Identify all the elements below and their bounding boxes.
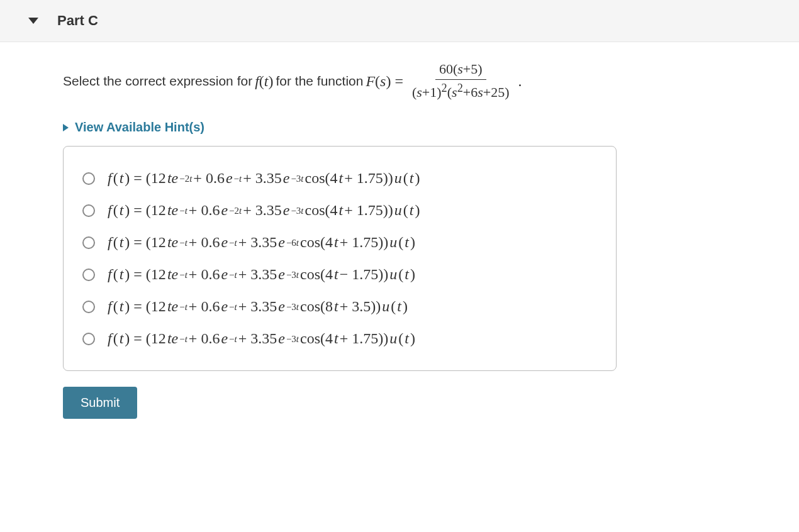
answer-option[interactable]: f(t) = (12te−t + 0.6e−t + 3.35e−3t cos(8… xyxy=(82,291,597,323)
caret-right-icon xyxy=(63,124,69,131)
prompt-tail: . xyxy=(518,70,522,92)
caret-down-icon xyxy=(28,18,38,24)
answer-option[interactable]: f(t) = (12te−t + 0.6e−2t + 3.35e−3t cos(… xyxy=(82,194,597,226)
hints-label: View Available Hint(s) xyxy=(75,120,204,135)
radio-icon[interactable] xyxy=(82,172,95,185)
option-expression: f(t) = (12te−t + 0.6e−t + 3.35e−3t cos(4… xyxy=(108,266,415,283)
radio-icon[interactable] xyxy=(82,269,95,281)
answer-option[interactable]: f(t) = (12te−t + 0.6e−t + 3.35e−3t cos(4… xyxy=(82,258,597,291)
option-expression: f(t) = (12te−2t + 0.6e−t + 3.35e−3t cos(… xyxy=(108,170,420,187)
section-title: Part C xyxy=(57,13,98,29)
answer-option[interactable]: f(t) = (12te−t + 0.6e−t + 3.35e−3t cos(4… xyxy=(82,323,597,355)
radio-icon[interactable] xyxy=(82,333,95,345)
answer-option[interactable]: f(t) = (12te−2t + 0.6e−t + 3.35e−3t cos(… xyxy=(82,162,597,194)
content-area: Select the correct expression for f(t) f… xyxy=(0,42,799,438)
math-fraction: 60(s+5) (s+1)2(s2+6s+25) xyxy=(408,61,513,101)
question-prompt: Select the correct expression for f(t) f… xyxy=(63,61,736,101)
option-expression: f(t) = (12te−t + 0.6e−t + 3.35e−3t cos(4… xyxy=(108,330,415,347)
radio-icon[interactable] xyxy=(82,301,95,313)
radio-icon[interactable] xyxy=(82,204,95,217)
submit-button[interactable]: Submit xyxy=(63,387,137,419)
answer-option[interactable]: f(t) = (12te−t + 0.6e−t + 3.35e−6t cos(4… xyxy=(82,226,597,258)
prompt-lead: Select the correct expression for xyxy=(63,71,252,91)
answer-options: f(t) = (12te−2t + 0.6e−t + 3.35e−3t cos(… xyxy=(63,146,617,371)
math-f-t: f(t) xyxy=(255,70,273,92)
option-expression: f(t) = (12te−t + 0.6e−t + 3.35e−3t cos(8… xyxy=(108,298,408,315)
prompt-mid: for the function xyxy=(276,71,363,91)
option-expression: f(t) = (12te−t + 0.6e−t + 3.35e−6t cos(4… xyxy=(108,234,415,251)
view-hints-toggle[interactable]: View Available Hint(s) xyxy=(63,120,736,135)
radio-icon[interactable] xyxy=(82,236,95,249)
section-header[interactable]: Part C xyxy=(0,0,799,42)
math-F-s: F(s) = xyxy=(366,70,403,92)
option-expression: f(t) = (12te−t + 0.6e−2t + 3.35e−3t cos(… xyxy=(108,202,420,219)
